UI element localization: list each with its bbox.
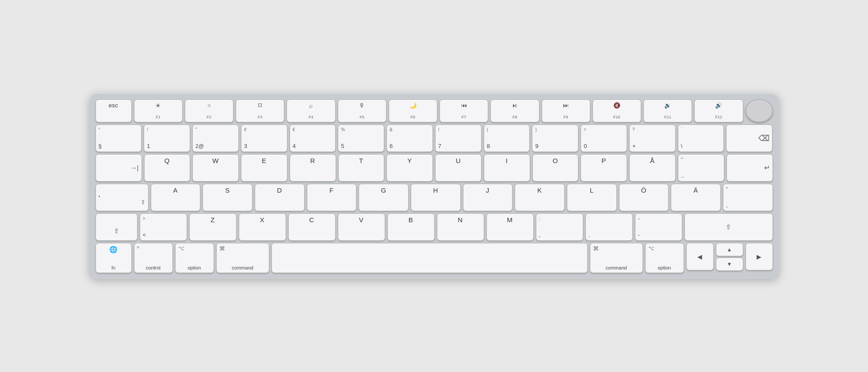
key-power[interactable] — [746, 99, 773, 122]
key-c[interactable]: C — [288, 213, 336, 241]
key-period[interactable]: : . — [585, 213, 633, 241]
key-b[interactable]: B — [387, 213, 435, 241]
key-arrow-left[interactable]: ◀ — [686, 243, 714, 270]
key-t[interactable]: T — [338, 154, 385, 182]
key-option-left[interactable]: ⌥ option — [175, 243, 214, 273]
key-enter[interactable]: ↵ — [727, 154, 773, 182]
zxcv-row: ⇧ > < Z X C V B N M ; , : . – - ⇧ — [96, 213, 773, 241]
key-x[interactable]: X — [239, 213, 286, 241]
key-f3[interactable]: ⊡ F3 — [236, 99, 284, 122]
key-f2[interactable]: ☼ F2 — [185, 99, 233, 122]
key-f7[interactable]: ⏮ F7 — [440, 99, 488, 122]
key-lt-gt[interactable]: > < — [140, 213, 187, 241]
key-i[interactable]: I — [484, 154, 530, 182]
key-arrow-down[interactable]: ▼ — [716, 258, 743, 271]
key-arrow-right[interactable]: ▶ — [746, 243, 773, 270]
key-y[interactable]: Y — [386, 154, 433, 182]
key-f9[interactable]: ⏭ F9 — [542, 99, 590, 122]
key-7[interactable]: / 7 — [435, 125, 482, 152]
key-backtick[interactable]: ` \ — [678, 125, 724, 152]
key-caps[interactable]: • ⇪ — [96, 184, 149, 211]
key-f1[interactable]: ☀ F1 — [134, 99, 183, 122]
key-m[interactable]: M — [486, 213, 534, 241]
key-aa[interactable]: Å — [629, 154, 676, 182]
key-r[interactable]: R — [290, 154, 336, 182]
key-ae[interactable]: Ä — [671, 184, 721, 211]
qwerty-row: →| Q W E R T Y U I O P Å ^ .. ↵ — [96, 154, 773, 182]
key-tab[interactable]: →| — [96, 154, 142, 182]
key-h[interactable]: H — [411, 184, 461, 211]
key-dash[interactable]: – - — [635, 213, 682, 241]
key-shift-right[interactable]: ⇧ — [684, 213, 773, 241]
key-n[interactable]: N — [437, 213, 484, 241]
key-star[interactable]: * , — [723, 184, 773, 211]
key-u[interactable]: U — [435, 154, 482, 182]
key-a[interactable]: A — [151, 184, 201, 211]
bottom-row: 🌐 fn ^ control ⌥ option ⌘ command ⌘ comm… — [96, 243, 773, 273]
key-oe[interactable]: Ö — [619, 184, 669, 211]
asdf-row: • ⇪ A S D F G H J K L Ö Ä * , — [96, 184, 773, 211]
number-row: ° § ! 1 " 2@ # 3 € 4 % 5 & 6 / 7 — [96, 125, 773, 152]
key-backspace[interactable]: ⌫ — [726, 125, 772, 152]
key-plus[interactable]: ? + — [629, 125, 676, 152]
key-space[interactable] — [271, 243, 588, 273]
key-f8[interactable]: ⏯ F8 — [490, 99, 539, 122]
key-v[interactable]: V — [338, 213, 385, 241]
key-f10[interactable]: 🔇 F10 — [593, 99, 641, 122]
key-option-right[interactable]: ⌥ option — [645, 243, 684, 273]
key-1[interactable]: ! 1 — [144, 125, 190, 152]
key-section[interactable]: ° § — [96, 125, 142, 152]
key-f4[interactable]: ⌕ F4 — [287, 99, 335, 122]
key-k[interactable]: K — [515, 184, 565, 211]
key-command-left[interactable]: ⌘ command — [216, 243, 269, 273]
key-4[interactable]: € 4 — [290, 125, 336, 152]
key-f11[interactable]: 🔉 F11 — [643, 99, 692, 122]
key-arrow-up[interactable]: ▲ — [716, 243, 743, 256]
keyboard: esc ☀ F1 ☼ F2 ⊡ F3 ⌕ F4 🎙 F5 🌙 F6 — [89, 93, 779, 279]
key-f6[interactable]: 🌙 F6 — [389, 99, 437, 122]
key-o[interactable]: O — [532, 154, 579, 182]
key-command-right[interactable]: ⌘ command — [590, 243, 643, 273]
key-s[interactable]: S — [203, 184, 252, 211]
fn-row: esc ☀ F1 ☼ F2 ⊡ F3 ⌕ F4 🎙 F5 🌙 F6 — [96, 99, 773, 122]
key-fn[interactable]: 🌐 fn — [96, 243, 132, 273]
key-6[interactable]: & 6 — [386, 125, 433, 152]
key-p[interactable]: P — [581, 154, 627, 182]
key-l[interactable]: L — [567, 184, 617, 211]
key-j[interactable]: J — [463, 184, 513, 211]
key-q[interactable]: Q — [144, 154, 191, 182]
key-f[interactable]: F — [307, 184, 357, 211]
key-0[interactable]: = 0 — [581, 125, 627, 152]
key-2[interactable]: " 2@ — [192, 125, 239, 152]
key-5[interactable]: % 5 — [338, 125, 384, 152]
key-control[interactable]: ^ control — [134, 243, 173, 273]
key-f5[interactable]: 🎙 F5 — [338, 99, 386, 122]
key-shift-left[interactable]: ⇧ — [96, 213, 138, 241]
key-w[interactable]: W — [192, 154, 239, 182]
key-g[interactable]: G — [359, 184, 409, 211]
key-comma[interactable]: ; , — [536, 213, 583, 241]
key-caret[interactable]: ^ .. — [678, 154, 724, 182]
key-8[interactable]: ( 8 — [484, 125, 530, 152]
key-e[interactable]: E — [241, 154, 287, 182]
key-3[interactable]: # 3 — [241, 125, 287, 152]
key-z[interactable]: Z — [189, 213, 237, 241]
key-esc[interactable]: esc — [96, 99, 132, 122]
key-9[interactable]: ) 9 — [532, 125, 578, 152]
key-d[interactable]: D — [255, 184, 305, 211]
key-f12[interactable]: 🔊 F12 — [694, 99, 743, 122]
